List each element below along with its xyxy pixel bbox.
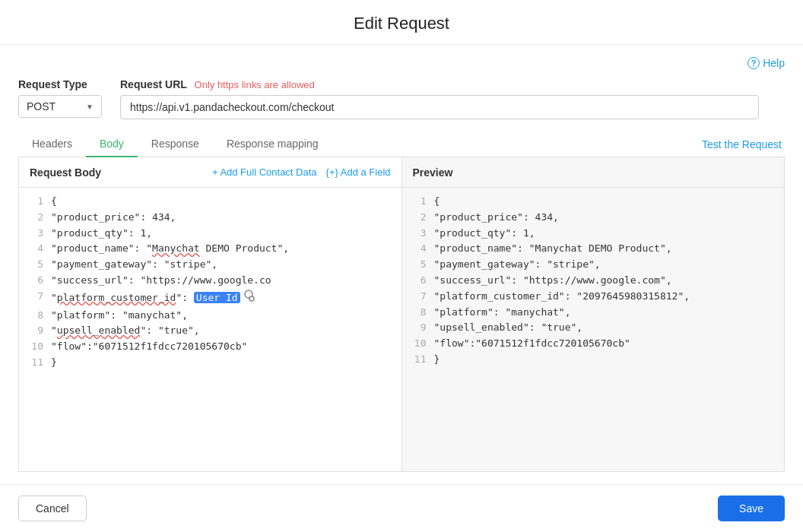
page-title: Edit Request [0,14,803,33]
preview-line-8: 8 "platform": "manychat", [402,305,785,321]
footer: Cancel Save [0,484,803,532]
help-label: Help [763,57,785,69]
preview-line-4: 4 "product_name": "Manychat DEMO Product… [402,241,785,257]
editor-pane-title: Request Body [30,166,101,179]
editor-pane-actions: + Add Full Contact Data {+} Add a Field [212,166,391,178]
underline-platform-customer: platform_customer_id [57,292,176,303]
help-icon: ? [747,57,760,69]
request-url-input[interactable] [120,95,759,119]
preview-pane: Preview 1 { 2 "product_price": 434, 3 "p… [402,157,785,471]
editor-line-7: 7 "platform_customer_id": User Id [19,289,402,308]
preview-line-6: 6 "success_url": "https://www.google.com… [402,273,785,289]
preview-line-5: 5 "payment_gateway": "stripe", [402,257,785,273]
editor-line-4: 4 "product_name": "Manychat DEMO Product… [19,241,402,257]
help-row: ? Help [18,57,785,69]
request-type-label: Request Type [18,78,102,90]
request-type-value: POST [27,100,56,112]
request-meta: Request Type POST ▼ Request URL Only htt… [18,78,785,119]
help-link[interactable]: ? Help [747,57,785,69]
tabs-row: Headers Body Response Response mapping T… [18,131,785,157]
preview-line-2: 2 "product_price": 434, [402,210,785,226]
cancel-button[interactable]: Cancel [18,496,87,521]
tab-headers[interactable]: Headers [18,131,86,157]
preview-line-1: 1 { [402,194,785,210]
editor-line-10: 10 "flow":"6071512f1fdcc720105670cb" [19,339,402,355]
editor-area: Request Body + Add Full Contact Data {+}… [18,157,785,472]
editor-line-1: 1 { [19,194,402,210]
main-content: ? Help Request Type POST ▼ Request URL O… [0,45,803,484]
editor-line-5: 5 "payment_gateway": "stripe", [19,257,402,273]
editor-pane-header: Request Body + Add Full Contact Data {+}… [19,157,402,188]
preview-line-7: 7 "platform_customer_id": "2097645980315… [402,289,785,305]
request-url-label: Request URL Only https links are allowed [120,78,785,90]
chevron-down-icon: ▼ [86,103,94,111]
preview-line-11: 11 } [402,352,785,368]
cursor-icon [242,289,256,308]
add-field-link[interactable]: {+} Add a Field [326,166,391,178]
underline-manychat: Manychat [152,242,200,254]
preview-line-9: 9 "upsell_enabled": "true", [402,320,785,336]
preview-pane-header: Preview [402,157,785,188]
preview-line-3: 3 "product_qty": 1, [402,226,785,242]
editor-pane: Request Body + Add Full Contact Data {+}… [19,157,402,471]
editor-line-3: 3 "product_qty": 1, [19,226,402,242]
tab-body[interactable]: Body [86,131,138,157]
request-url-group: Request URL Only https links are allowed [120,78,785,119]
request-type-group: Request Type POST ▼ [18,78,102,118]
editor-code-area: 1 { 2 "product_price": 434, 3 "product_q… [19,188,402,471]
tab-response-mapping[interactable]: Response mapping [213,131,332,157]
editor-line-2: 2 "product_price": 434, [19,210,402,226]
editor-line-9: 9 "upsell_enabled": "true", [19,323,402,339]
page-header: Edit Request [0,0,803,45]
editor-line-8: 8 "platform": "manychat", [19,308,402,324]
preview-line-10: 10 "flow":"6071512f1fdcc720105670cb" [402,336,785,352]
page-wrapper: Edit Request ? Help Request Type POST ▼ … [0,0,803,532]
add-full-contact-link[interactable]: + Add Full Contact Data [212,166,317,178]
request-type-select[interactable]: POST ▼ [18,95,102,118]
save-button[interactable]: Save [718,496,785,521]
underline-upsell: upsell_enabled [57,325,141,336]
svg-point-1 [249,296,254,301]
editor-line-6: 6 "success_url": "https://www.google.co [19,273,402,289]
tab-response[interactable]: Response [138,131,213,157]
test-request-link[interactable]: Test the Request [699,132,785,157]
request-url-note: Only https links are allowed [195,79,315,90]
tabs-left: Headers Body Response Response mapping [18,131,332,157]
preview-code-area: 1 { 2 "product_price": 434, 3 "product_q… [402,188,785,471]
preview-pane-title: Preview [413,166,453,179]
editor-line-11: 11 } [19,355,402,371]
user-id-field[interactable]: User Id [194,292,240,303]
